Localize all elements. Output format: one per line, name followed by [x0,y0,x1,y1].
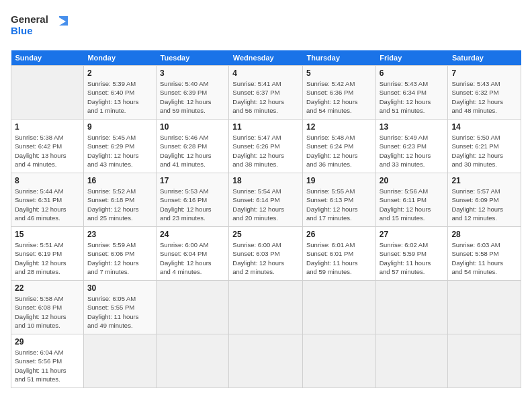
calendar-cell: 26Sunrise: 6:01 AMSunset: 6:01 PMDayligh… [303,227,376,281]
calendar-cell [11,66,84,120]
calendar-cell: 4Sunrise: 5:41 AMSunset: 6:37 PMDaylight… [229,66,303,120]
calendar-cell: 20Sunrise: 5:56 AMSunset: 6:11 PMDayligh… [375,173,448,227]
day-header-monday: Monday [83,50,156,66]
day-info: Sunrise: 5:52 AMSunset: 6:18 PMDaylight:… [87,187,152,222]
calendar-cell: 16Sunrise: 5:52 AMSunset: 6:18 PMDayligh… [83,173,156,227]
day-info: Sunrise: 5:42 AMSunset: 6:36 PMDaylight:… [306,79,372,115]
day-number: 19 [306,176,372,185]
calendar-cell [229,281,303,334]
day-number: 9 [87,122,152,132]
calendar-cell: 25Sunrise: 6:00 AMSunset: 6:03 PMDayligh… [229,227,303,281]
day-number: 17 [160,176,225,185]
day-number: 24 [160,230,225,239]
day-info: Sunrise: 5:49 AMSunset: 6:23 PMDaylight:… [380,133,445,169]
calendar-cell: 3Sunrise: 5:40 AMSunset: 6:39 PMDaylight… [157,66,229,120]
day-number: 13 [380,122,445,132]
day-info: Sunrise: 5:43 AMSunset: 6:34 PMDaylight:… [380,79,445,115]
day-info: Sunrise: 6:02 AMSunset: 5:59 PMDaylight:… [380,240,445,276]
calendar-cell: 7Sunrise: 5:43 AMSunset: 6:32 PMDaylight… [448,66,521,120]
calendar-cell [303,281,376,334]
day-number: 27 [380,230,445,239]
page-header: General Blue [11,11,521,44]
day-header-friday: Friday [375,50,448,66]
day-number: 21 [451,176,517,185]
calendar-cell: 28Sunrise: 6:03 AMSunset: 5:58 PMDayligh… [448,227,521,281]
calendar-cell: 27Sunrise: 6:02 AMSunset: 5:59 PMDayligh… [375,227,448,281]
day-header-tuesday: Tuesday [157,50,229,66]
calendar-cell: 19Sunrise: 5:55 AMSunset: 6:13 PMDayligh… [303,173,376,227]
day-header-sunday: Sunday [11,50,84,66]
calendar-cell: 10Sunrise: 5:46 AMSunset: 6:28 PMDayligh… [157,120,229,173]
day-info: Sunrise: 6:04 AMSunset: 5:56 PMDaylight:… [15,348,80,383]
calendar-header-row: SundayMondayTuesdayWednesdayThursdayFrid… [11,50,521,66]
calendar-cell: 1Sunrise: 5:38 AMSunset: 6:42 PMDaylight… [11,120,84,173]
day-info: Sunrise: 5:44 AMSunset: 6:31 PMDaylight:… [15,187,80,222]
calendar-week-5: 29Sunrise: 6:04 AMSunset: 5:56 PMDayligh… [11,334,521,388]
day-info: Sunrise: 6:00 AMSunset: 6:03 PMDaylight:… [232,240,299,276]
day-info: Sunrise: 5:54 AMSunset: 6:14 PMDaylight:… [232,187,299,222]
calendar-cell [229,334,303,388]
calendar-cell: 30Sunrise: 6:05 AMSunset: 5:55 PMDayligh… [83,281,156,334]
calendar-cell: 8Sunrise: 5:44 AMSunset: 6:31 PMDaylight… [11,173,84,227]
calendar-cell: 11Sunrise: 5:47 AMSunset: 6:26 PMDayligh… [229,120,303,173]
svg-text:General: General [11,13,48,25]
day-info: Sunrise: 5:59 AMSunset: 6:06 PMDaylight:… [87,240,152,276]
calendar-cell: 15Sunrise: 5:51 AMSunset: 6:19 PMDayligh… [11,227,84,281]
calendar-cell: 22Sunrise: 5:58 AMSunset: 6:08 PMDayligh… [11,281,84,334]
day-number: 15 [15,230,80,239]
day-info: Sunrise: 5:56 AMSunset: 6:11 PMDaylight:… [380,187,445,222]
day-info: Sunrise: 5:57 AMSunset: 6:09 PMDaylight:… [451,187,517,222]
day-info: Sunrise: 5:39 AMSunset: 6:40 PMDaylight:… [87,79,152,115]
day-info: Sunrise: 6:00 AMSunset: 6:04 PMDaylight:… [160,240,225,276]
calendar-cell: 2Sunrise: 5:39 AMSunset: 6:40 PMDaylight… [83,66,156,120]
day-number: 22 [15,283,80,293]
day-header-saturday: Saturday [448,50,521,66]
calendar-cell [375,281,448,334]
day-number: 7 [451,68,517,78]
calendar-week-1: 1Sunrise: 5:38 AMSunset: 6:42 PMDaylight… [11,120,521,173]
svg-text:Blue: Blue [11,25,33,36]
calendar-cell: 29Sunrise: 6:04 AMSunset: 5:56 PMDayligh… [11,334,84,388]
day-number: 11 [232,122,299,132]
calendar-cell: 18Sunrise: 5:54 AMSunset: 6:14 PMDayligh… [229,173,303,227]
day-header-thursday: Thursday [303,50,376,66]
day-info: Sunrise: 5:58 AMSunset: 6:08 PMDaylight:… [15,294,80,330]
calendar-week-4: 22Sunrise: 5:58 AMSunset: 6:08 PMDayligh… [11,281,521,334]
calendar-cell: 21Sunrise: 5:57 AMSunset: 6:09 PMDayligh… [448,173,521,227]
day-number: 20 [380,176,445,185]
calendar-cell: 24Sunrise: 6:00 AMSunset: 6:04 PMDayligh… [157,227,229,281]
day-number: 14 [451,122,517,132]
day-info: Sunrise: 5:46 AMSunset: 6:28 PMDaylight:… [160,133,225,169]
calendar-cell [448,334,521,388]
day-number: 2 [87,68,152,78]
day-info: Sunrise: 5:45 AMSunset: 6:29 PMDaylight:… [87,133,152,169]
day-info: Sunrise: 6:05 AMSunset: 5:55 PMDaylight:… [87,294,152,330]
day-info: Sunrise: 5:48 AMSunset: 6:24 PMDaylight:… [306,133,372,169]
calendar-cell [375,334,448,388]
day-info: Sunrise: 5:53 AMSunset: 6:16 PMDaylight:… [160,187,225,222]
day-number: 12 [306,122,372,132]
day-number: 29 [15,337,80,347]
day-number: 18 [232,176,299,185]
day-info: Sunrise: 5:50 AMSunset: 6:21 PMDaylight:… [451,133,517,169]
day-number: 28 [451,230,517,239]
day-number: 1 [15,122,80,132]
logo: General Blue [11,11,71,44]
calendar-cell [303,334,376,388]
day-info: Sunrise: 6:01 AMSunset: 6:01 PMDaylight:… [306,240,372,276]
calendar-week-3: 15Sunrise: 5:51 AMSunset: 6:19 PMDayligh… [11,227,521,281]
day-number: 6 [380,68,445,78]
calendar-cell [83,334,156,388]
day-info: Sunrise: 5:51 AMSunset: 6:19 PMDaylight:… [15,240,80,276]
day-info: Sunrise: 5:40 AMSunset: 6:39 PMDaylight:… [160,79,225,115]
calendar-cell: 5Sunrise: 5:42 AMSunset: 6:36 PMDaylight… [303,66,376,120]
day-number: 25 [232,230,299,239]
calendar-table: SundayMondayTuesdayWednesdayThursdayFrid… [11,50,521,388]
day-number: 4 [232,68,299,78]
calendar-week-2: 8Sunrise: 5:44 AMSunset: 6:31 PMDaylight… [11,173,521,227]
calendar-cell: 13Sunrise: 5:49 AMSunset: 6:23 PMDayligh… [375,120,448,173]
day-number: 5 [306,68,372,78]
day-info: Sunrise: 5:47 AMSunset: 6:26 PMDaylight:… [232,133,299,169]
day-number: 23 [87,230,152,239]
day-info: Sunrise: 5:43 AMSunset: 6:32 PMDaylight:… [451,79,517,115]
